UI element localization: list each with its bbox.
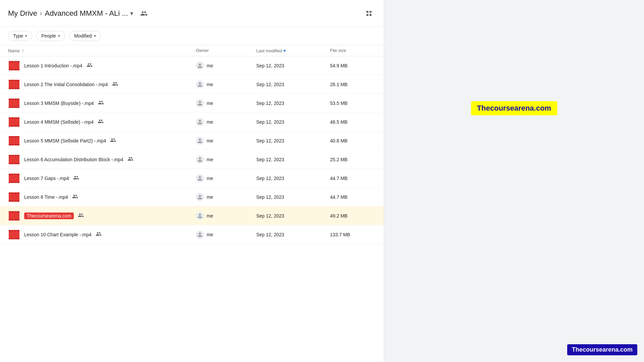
table-row[interactable]: Lesson 2 The Initial Consolidation -.mp4… [0, 75, 384, 94]
table-col-owner: Owner [196, 48, 256, 53]
date-cell: Sep 12, 2023 [256, 213, 330, 219]
svg-rect-36 [9, 136, 19, 145]
type-filter-button[interactable]: Type ▾ [8, 31, 32, 41]
shared-icon [72, 193, 78, 201]
svg-rect-31 [17, 117, 19, 119]
svg-rect-42 [11, 144, 13, 145]
svg-rect-32 [9, 125, 11, 127]
svg-rect-41 [9, 144, 11, 145]
size-cell: 26.1 MB [330, 82, 377, 87]
svg-rect-35 [17, 125, 19, 127]
svg-rect-55 [9, 174, 11, 175]
grid-icon [366, 10, 372, 17]
owner-name: me [207, 157, 213, 162]
my-drive-link[interactable]: My Drive [8, 9, 37, 18]
shared-icon [127, 156, 133, 163]
size-col-label: File size [330, 48, 346, 53]
owner-name: me [207, 138, 213, 143]
table-row[interactable]: Lesson 6 Accumulation Distribution Block… [0, 150, 384, 169]
svg-rect-88 [15, 238, 17, 239]
owner-col-label: Owner [196, 48, 209, 53]
svg-rect-48 [15, 155, 17, 156]
owner-cell: me [196, 99, 256, 107]
file-icon [8, 97, 20, 109]
people-filter-label: People [41, 33, 56, 39]
owner-name: me [207, 176, 213, 181]
svg-rect-77 [9, 219, 11, 221]
shared-icon [96, 231, 102, 238]
file-name: Lesson 7 Gaps -.mp4 [24, 176, 69, 181]
table-row-highlighted[interactable]: Thecoursearena.com me Sep 12, 2023 49.2 … [0, 206, 384, 225]
date-cell: Sep 12, 2023 [256, 101, 330, 106]
shared-icon [112, 81, 118, 88]
table-row[interactable]: Lesson 7 Gaps -.mp4 me Sep 12, 2023 44.7… [0, 169, 384, 188]
file-icon [8, 116, 20, 128]
svg-rect-13 [17, 80, 19, 81]
svg-rect-72 [9, 211, 19, 221]
file-icon [8, 78, 20, 90]
svg-rect-66 [15, 192, 17, 194]
date-cell: Sep 12, 2023 [256, 119, 330, 125]
modified-filter-button[interactable]: Modified ▾ [69, 31, 101, 41]
shared-icon [87, 62, 93, 69]
svg-rect-49 [17, 155, 19, 156]
table-row[interactable]: Lesson 5 MMSM (Sellside Part2) -.mp4 me … [0, 131, 384, 150]
svg-rect-73 [9, 211, 11, 213]
svg-rect-4 [17, 61, 19, 62]
table-header: Name ↑ Owner Last modified ▾ File size [0, 45, 384, 56]
svg-rect-68 [9, 200, 11, 202]
table-row[interactable]: Lesson 1 Introduction -.mp4 me Sep 12, 2… [0, 56, 384, 75]
svg-rect-89 [17, 238, 19, 239]
date-cell: Sep 12, 2023 [256, 82, 330, 87]
type-filter-arrow: ▾ [25, 34, 27, 38]
table-row[interactable]: Lesson 8 Time -.mp4 me Sep 12, 2023 44.7… [0, 188, 384, 206]
chevron-down-icon[interactable]: ▾ [130, 10, 133, 17]
table-row[interactable]: Lesson 3 MMSM (Buyside) -.mp4 me Sep 12,… [0, 94, 384, 113]
table-col-name[interactable]: Name ↑ [8, 48, 196, 53]
svg-rect-30 [15, 117, 17, 119]
type-filter-label: Type [13, 33, 23, 39]
sort-up-icon: ↑ [22, 48, 24, 53]
file-name-cell: Lesson 6 Accumulation Distribution Block… [8, 154, 196, 166]
svg-rect-78 [11, 219, 13, 221]
svg-rect-34 [15, 125, 17, 127]
svg-rect-80 [17, 219, 19, 221]
file-icon [8, 172, 20, 184]
filters-bar: Type ▾ People ▾ Modified ▾ [0, 27, 384, 45]
people-icon-button[interactable] [137, 7, 151, 20]
people-filter-button[interactable]: People ▾ [36, 31, 65, 41]
svg-rect-3 [15, 61, 17, 62]
svg-rect-63 [9, 192, 19, 202]
size-cell: 40.8 MB [330, 138, 377, 143]
owner-name: me [207, 119, 213, 125]
svg-rect-39 [15, 136, 17, 137]
svg-rect-14 [9, 88, 11, 89]
file-name: Lesson 8 Time -.mp4 [24, 194, 68, 200]
svg-rect-9 [9, 80, 19, 89]
file-name-cell: Thecoursearena.com [8, 210, 196, 222]
svg-rect-26 [17, 107, 19, 108]
grid-view-button[interactable] [362, 7, 376, 20]
modified-filter-arrow: ▾ [94, 34, 96, 38]
table-row[interactable]: Lesson 4 MMSM (Sellside) -.mp4 me Sep 12… [0, 113, 384, 131]
table-col-modified[interactable]: Last modified ▾ [256, 48, 330, 53]
svg-rect-53 [17, 163, 19, 164]
svg-rect-38 [11, 136, 13, 137]
avatar [196, 99, 204, 107]
file-name-cell: Lesson 7 Gaps -.mp4 [8, 172, 196, 184]
file-icon [8, 154, 20, 166]
svg-rect-54 [9, 174, 19, 183]
svg-rect-75 [15, 211, 17, 213]
svg-rect-60 [11, 182, 13, 183]
file-name-cell: Lesson 1 Introduction -.mp4 [8, 60, 196, 72]
svg-rect-37 [9, 136, 11, 137]
svg-rect-67 [17, 192, 19, 194]
svg-rect-79 [15, 219, 17, 221]
table-row[interactable]: Lesson 10 Chart Example -.mp4 me Sep 12,… [0, 225, 384, 244]
svg-rect-84 [15, 230, 17, 231]
file-name-cell: Lesson 4 MMSM (Sellside) -.mp4 [8, 116, 196, 128]
file-name: Lesson 1 Introduction -.mp4 [24, 63, 83, 68]
svg-rect-16 [15, 88, 17, 89]
file-list: Lesson 1 Introduction -.mp4 me Sep 12, 2… [0, 56, 384, 362]
owner-cell: me [196, 137, 256, 145]
